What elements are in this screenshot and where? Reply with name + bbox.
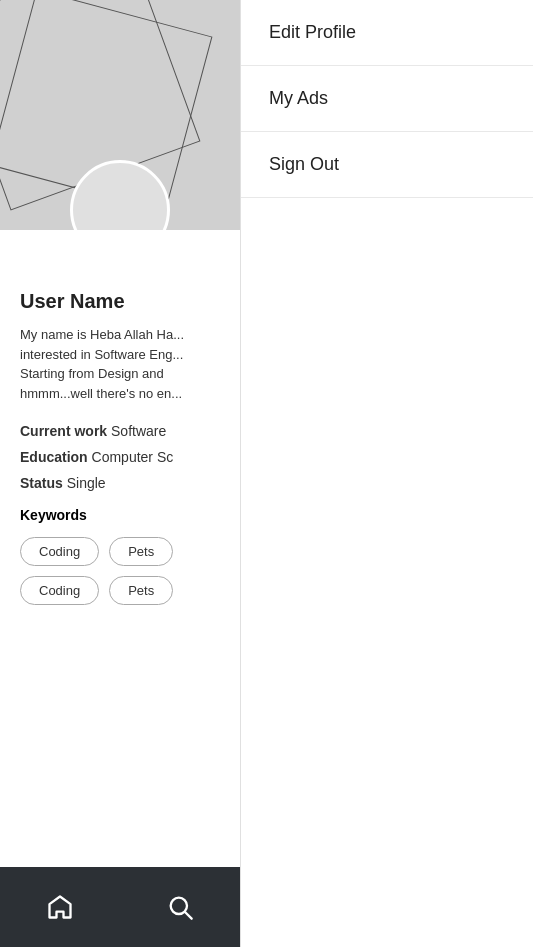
user-name: User Name xyxy=(20,290,220,313)
profile-info: User Name My name is Heba Allah Ha... in… xyxy=(0,290,240,605)
edit-profile-menu-item[interactable]: Edit Profile xyxy=(241,0,533,66)
current-work-row: Current work Software xyxy=(20,423,220,439)
current-work-label: Current work xyxy=(20,423,107,439)
left-panel: User Name My name is Heba Allah Ha... in… xyxy=(0,0,240,947)
status-value: Single xyxy=(67,475,106,491)
status-label: Status xyxy=(20,475,63,491)
home-nav-button[interactable] xyxy=(46,893,74,921)
avatar xyxy=(70,160,170,230)
tag-coding-2[interactable]: Coding xyxy=(20,576,99,605)
status-row: Status Single xyxy=(20,475,220,491)
tag-coding-1[interactable]: Coding xyxy=(20,537,99,566)
current-work-value: Software xyxy=(111,423,166,439)
search-nav-button[interactable] xyxy=(166,893,194,921)
education-label: Education xyxy=(20,449,88,465)
home-icon xyxy=(46,893,74,921)
education-row: Education Computer Sc xyxy=(20,449,220,465)
header-image xyxy=(0,0,240,230)
sign-out-menu-item[interactable]: Sign Out xyxy=(241,132,533,198)
svg-line-1 xyxy=(185,912,191,918)
tag-pets-1[interactable]: Pets xyxy=(109,537,173,566)
education-value: Computer Sc xyxy=(92,449,174,465)
tag-pets-2[interactable]: Pets xyxy=(109,576,173,605)
bottom-nav xyxy=(0,867,240,947)
search-icon xyxy=(166,893,194,921)
tags-row-1: Coding Pets xyxy=(20,537,220,566)
keywords-label: Keywords xyxy=(20,507,220,523)
dropdown-menu: Edit Profile My Ads Sign Out xyxy=(240,0,533,947)
my-ads-menu-item[interactable]: My Ads xyxy=(241,66,533,132)
tags-row-2: Coding Pets xyxy=(20,576,220,605)
user-bio: My name is Heba Allah Ha... interested i… xyxy=(20,325,220,403)
